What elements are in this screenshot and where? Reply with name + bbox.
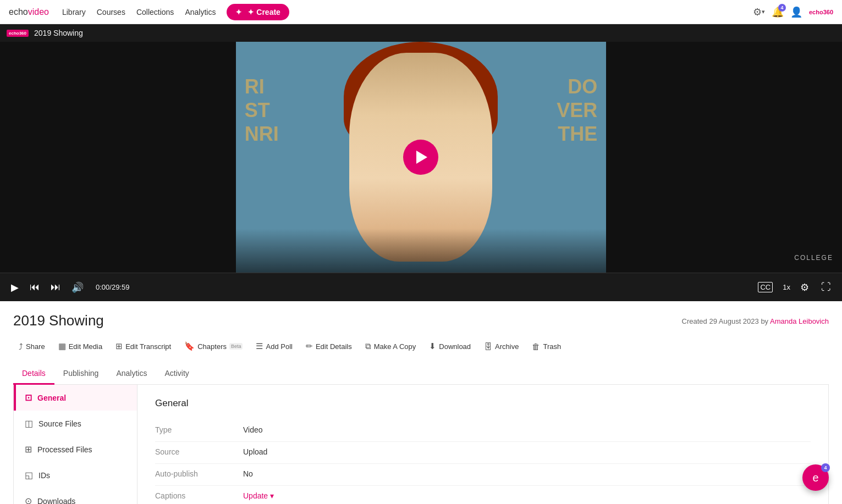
edit-media-icon: ▦ xyxy=(58,341,66,351)
fullscreen-button[interactable]: ⛶ xyxy=(819,281,833,293)
nav-links: Library Courses Collections Analytics ✦ … xyxy=(62,4,744,20)
add-poll-button[interactable]: ☰ Add Poll xyxy=(250,338,298,355)
nav-collections[interactable]: Collections xyxy=(136,8,174,16)
creator-link[interactable]: Amanda Leibovich xyxy=(770,317,829,325)
detail-label: Captions xyxy=(155,491,243,500)
created-info: Created 29 August 2023 by Amanda Leibovi… xyxy=(682,316,829,326)
app-logo[interactable]: echovideo xyxy=(9,7,49,17)
make-copy-button[interactable]: ⧉ Make A Copy xyxy=(360,338,422,355)
details-sidebar: ⊡ General ◫ Source Files ⊞ Processed Fil… xyxy=(14,385,137,504)
settings-button[interactable]: ⚙ ▾ xyxy=(753,6,765,18)
chapters-icon: 🔖 xyxy=(184,341,195,351)
source-files-icon: ◫ xyxy=(25,418,33,429)
logo-echo-text: echo xyxy=(9,7,28,17)
play-icon: ▶ xyxy=(11,281,19,293)
volume-button[interactable]: 🔊 xyxy=(69,281,86,293)
volume-icon: 🔊 xyxy=(71,281,84,293)
detail-value: Upload xyxy=(243,447,267,456)
detail-value: Video xyxy=(243,425,263,434)
tab-publishing[interactable]: Publishing xyxy=(54,363,108,385)
video-main-screen: RISTNRI DOVERTHE xyxy=(236,42,607,273)
sidebar-general-label: General xyxy=(37,394,66,402)
processed-files-icon: ⊞ xyxy=(25,444,32,455)
trash-button[interactable]: 🗑 Trash xyxy=(526,339,566,355)
tabs-bar: Details Publishing Analytics Activity xyxy=(13,363,829,385)
trash-icon: 🗑 xyxy=(532,342,540,351)
nav-analytics[interactable]: Analytics xyxy=(185,8,216,16)
floating-icon: e xyxy=(812,472,818,484)
video-logo-badge: echo360 xyxy=(7,30,29,37)
sidebar-item-source-files[interactable]: ◫ Source Files xyxy=(14,411,137,436)
user-button[interactable]: 👤 xyxy=(790,6,802,18)
play-pause-button[interactable]: ▶ xyxy=(9,281,21,293)
navbar: echovideo Library Courses Collections An… xyxy=(0,0,842,24)
rewind-icon: ⏮ xyxy=(30,281,40,293)
download-icon: ⬇ xyxy=(429,341,436,351)
time-display: 0:00/29:59 xyxy=(96,283,129,291)
archive-button[interactable]: 🗄 Archive xyxy=(478,339,524,355)
detail-row: CaptionsUpdate ▾ xyxy=(155,486,811,504)
video-right-panel: COLLEGE xyxy=(606,42,842,273)
rewind-button[interactable]: ⏮ xyxy=(27,281,42,293)
controls-right: CC 1x ⚙ ⛶ xyxy=(756,281,833,293)
video-player: RISTNRI DOVERTHE COLLEGE xyxy=(0,42,842,273)
logo-video-text: video xyxy=(28,7,49,17)
media-title: 2019 Showing xyxy=(13,312,104,329)
fullscreen-icon: ⛶ xyxy=(821,281,831,293)
captions-link[interactable]: Update ▾ xyxy=(243,491,274,500)
gear-icon: ⚙ xyxy=(753,6,762,18)
sidebar-source-label: Source Files xyxy=(38,419,81,428)
detail-row: TypeVideo xyxy=(155,420,811,442)
detail-value: No xyxy=(243,469,253,478)
poll-icon: ☰ xyxy=(256,341,263,351)
sidebar-item-general[interactable]: ⊡ General xyxy=(14,385,137,411)
cc-icon: CC xyxy=(758,282,773,292)
copy-icon: ⧉ xyxy=(365,341,371,351)
nav-library[interactable]: Library xyxy=(62,8,86,16)
chapters-button[interactable]: 🔖 ChaptersBeta xyxy=(179,338,248,355)
video-left-panel xyxy=(0,42,236,273)
speed-button[interactable]: 1x xyxy=(783,283,790,291)
settings-chevron-icon: ▾ xyxy=(762,8,765,15)
tab-details[interactable]: Details xyxy=(13,363,54,385)
sidebar-item-processed-files[interactable]: ⊞ Processed Files xyxy=(14,436,137,462)
gear-video-icon: ⚙ xyxy=(800,281,809,293)
downloads-icon: ⊙ xyxy=(25,496,32,504)
video-title-bar-text: 2019 Showing xyxy=(34,29,83,37)
detail-rows: TypeVideoSourceUploadAuto-publishNoCapti… xyxy=(155,420,811,504)
edit-media-button[interactable]: ▦ Edit Media xyxy=(53,338,108,355)
floating-help-button[interactable]: e 4 xyxy=(802,464,829,491)
edit-transcript-button[interactable]: ⊞ Edit Transcript xyxy=(110,338,177,355)
edit-icon: ✏ xyxy=(306,341,313,351)
action-toolbar: ⤴ Share ▦ Edit Media ⊞ Edit Transcript 🔖… xyxy=(13,338,829,359)
sidebar-item-downloads[interactable]: ⊙ Downloads xyxy=(14,488,137,504)
nav-icons: ⚙ ▾ 🔔 4 👤 echo360 xyxy=(753,6,833,18)
video-fade xyxy=(236,229,607,273)
sidebar-processed-label: Processed Files xyxy=(37,445,92,454)
create-label: ✦ Create xyxy=(247,8,280,16)
beta-badge: Beta xyxy=(229,343,243,350)
captions-button[interactable]: CC xyxy=(756,282,775,292)
notifications-button[interactable]: 🔔 4 xyxy=(772,6,784,18)
tab-analytics[interactable]: Analytics xyxy=(107,363,156,385)
create-button[interactable]: ✦ ✦ Create xyxy=(227,4,289,20)
detail-row: Auto-publishNo xyxy=(155,464,811,486)
nav-courses[interactable]: Courses xyxy=(97,8,125,16)
notification-badge: 4 xyxy=(778,4,786,12)
ids-icon: ◱ xyxy=(25,470,33,480)
fast-forward-button[interactable]: ⏭ xyxy=(48,281,63,293)
share-button[interactable]: ⤴ Share xyxy=(13,339,51,355)
detail-label: Auto-publish xyxy=(155,469,243,478)
general-icon: ⊡ xyxy=(25,392,32,403)
detail-value[interactable]: Update ▾ xyxy=(243,491,274,500)
sidebar-item-ids[interactable]: ◱ IDs xyxy=(14,462,137,488)
video-title-bar: echo360 2019 Showing xyxy=(0,24,842,42)
create-icon: ✦ xyxy=(235,8,242,16)
details-section-title: General xyxy=(155,398,811,409)
fast-forward-icon: ⏭ xyxy=(51,281,60,293)
download-button[interactable]: ⬇ Download xyxy=(423,338,476,355)
settings-video-button[interactable]: ⚙ xyxy=(798,281,811,293)
tab-activity[interactable]: Activity xyxy=(156,363,197,385)
edit-details-button[interactable]: ✏ Edit Details xyxy=(300,338,357,355)
detail-label: Type xyxy=(155,425,243,434)
